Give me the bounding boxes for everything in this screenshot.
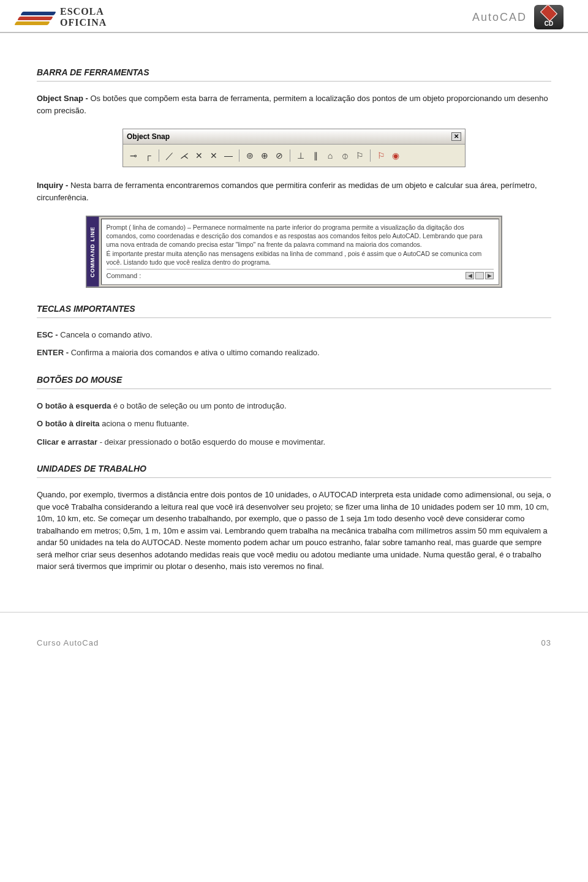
snap-osnap-settings-icon[interactable]: ◉ [390,150,401,161]
command-line-panel: COMMAND LINE Prompt ( linha de comando) … [86,216,502,288]
toolbar-separator [370,149,371,162]
mouse-drag-line: Clicar e arrastar - deixar pressionado o… [37,436,551,448]
esc-lead: ESC - [37,330,60,339]
header-right: AutoCAD CD [472,5,564,29]
mouse-right-text: aciona o menu flutuante. [102,419,189,428]
snap-tangent-icon[interactable]: ⊘ [274,150,285,161]
object-snap-toolbar: Object Snap ✕ ⊸ ┌ ／ ⋌ ✕ ✕ — ⊚ ⊕ ⊘ ⊥ ∥ ⌂ … [123,129,466,167]
snap-center-icon[interactable]: ⊚ [244,150,255,161]
snap-from-icon[interactable]: ┌ [143,150,154,161]
footer-left: Curso AutoCad [37,637,99,649]
inquiry-lead: Inquiry - [37,181,70,190]
logo-stripes-icon [18,8,55,26]
toolbar-title-text: Object Snap [127,131,170,142]
cd-label: CD [545,19,553,28]
object-snap-text: Os botões que compõem esta barra de ferr… [37,94,548,115]
snap-insert-icon[interactable]: ⌂ [325,150,336,161]
page-content: BARRA DE FERRAMENTAS Object Snap - Os bo… [0,33,588,594]
scroll-left-icon[interactable]: ◀ [466,272,474,279]
mouse-drag-text: - deixar pressionado o botão esquerdo do… [100,437,326,447]
scroll-track-icon[interactable] [475,272,484,279]
snap-none-icon[interactable]: ⚐ [375,150,386,161]
command-line-body: Prompt ( linha de comando) – Permanece n… [101,219,500,285]
mouse-left-line: O botão à esquerda é o botão de seleção … [37,400,551,412]
mouse-right-line: O botão à direita aciona o menu flutuant… [37,418,551,430]
toolbar-separator [239,149,239,162]
esc-text: Cancela o comando ativo. [60,330,152,339]
scroll-right-icon[interactable]: ▶ [485,272,494,279]
object-snap-lead: Object Snap - [37,94,90,103]
snap-intersection-icon[interactable]: ✕ [194,150,205,161]
esc-key-line: ESC - Cancela o comando ativo. [37,329,551,341]
page-footer: Curso AutoCad 03 [0,612,588,662]
section-title-mouse: BOTÕES DO MOUSE [37,374,551,389]
enter-text: Confirma a maioria dos comandos e ativa … [71,348,320,357]
page-header: ESCOLA OFICINA AutoCAD CD [0,0,588,33]
snap-node-icon[interactable]: ⦶ [339,150,350,161]
mouse-left-lead: O botão à esquerda [37,401,113,410]
mouse-left-text: é o botão de seleção ou um ponto de intr… [113,401,287,410]
command-line-tab: COMMAND LINE [87,217,99,287]
logo-line2: OFICINA [60,17,107,28]
snap-quadrant-icon[interactable]: ⊕ [259,150,270,161]
para-object-snap: Object Snap - Os botões que compõem esta… [37,92,551,116]
snap-perpendicular-icon[interactable]: ⊥ [295,150,306,161]
inquiry-text: Nesta barra de ferramenta encontraremos … [37,181,537,202]
command-prompt-label[interactable]: Command : [107,271,141,281]
toolbar-icon-row: ⊸ ┌ ／ ⋌ ✕ ✕ — ⊚ ⊕ ⊘ ⊥ ∥ ⌂ ⦶ ⚐ ⚐ ◉ [123,145,465,167]
section-title-unidades: UNIDADES DE TRABALHO [37,462,551,478]
mouse-right-lead: O botão à direita [37,419,102,428]
cd-cube-icon: CD [534,5,564,29]
snap-parallel-icon[interactable]: ∥ [310,150,321,161]
snap-temp-track-icon[interactable]: ⊸ [128,150,139,161]
snap-extension-icon[interactable]: — [223,150,234,161]
snap-endpoint-icon[interactable]: ／ [164,150,175,161]
school-logo: ESCOLA OFICINA [18,6,107,28]
snap-nearest-icon[interactable]: ⚐ [354,150,365,161]
close-icon[interactable]: ✕ [451,132,461,141]
toolbar-separator [290,149,290,162]
para-inquiry: Inquiry - Nesta barra de ferramenta enco… [37,179,551,203]
toolbar-separator [159,149,159,162]
unidades-body: Quando, por exemplo, tivermos a distânci… [37,489,551,573]
logo-text: ESCOLA OFICINA [60,6,107,28]
section-title-barra: BARRA DE FERRAMENTAS [37,66,551,81]
app-title: AutoCAD [472,9,527,26]
logo-line1: ESCOLA [60,6,107,17]
toolbar-titlebar: Object Snap ✕ [123,129,465,145]
command-line-text: Prompt ( linha de comando) – Permanece n… [107,223,494,266]
footer-page-number: 03 [541,637,551,649]
mouse-drag-lead: Clicar e arrastar [37,437,100,447]
enter-key-line: ENTER - Confirma a maioria dos comandos … [37,347,551,359]
snap-midpoint-icon[interactable]: ⋌ [179,150,190,161]
section-title-teclas: TECLAS IMPORTANTES [37,303,551,318]
enter-lead: ENTER - [37,348,71,357]
command-scroll: ◀ ▶ [466,272,494,279]
snap-apparent-icon[interactable]: ✕ [208,150,219,161]
